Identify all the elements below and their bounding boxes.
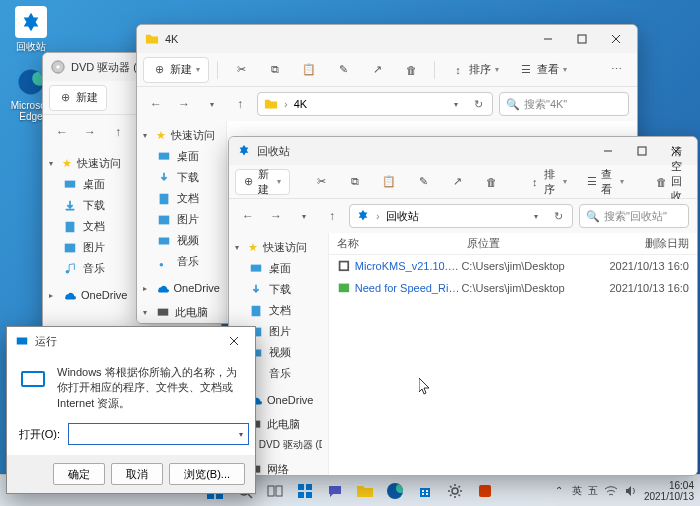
copy-button[interactable]: ⧉ xyxy=(340,169,370,195)
svg-rect-9 xyxy=(159,152,170,159)
refresh-icon[interactable]: ↻ xyxy=(550,210,566,223)
view-button[interactable]: ☰查看▾ xyxy=(511,57,575,83)
run-input[interactable] xyxy=(68,423,249,445)
nav-up[interactable]: ↑ xyxy=(229,93,251,115)
sort-button[interactable]: ↕排序▾ xyxy=(443,57,507,83)
nav-recent[interactable]: ▾ xyxy=(293,205,315,227)
paste-button[interactable]: 📋 xyxy=(294,57,324,83)
nav-back[interactable]: ← xyxy=(51,121,73,143)
ime-indicator[interactable]: 英 xyxy=(572,484,582,498)
store-button[interactable] xyxy=(411,477,439,505)
svg-rect-16 xyxy=(638,147,646,155)
nav-fwd[interactable]: → xyxy=(265,205,287,227)
picture-icon xyxy=(157,213,171,227)
address-bar[interactable]: › 回收站 ▾ ↻ xyxy=(349,204,573,228)
sidebar-thispc[interactable]: ▾此电脑 xyxy=(137,302,226,323)
delete-button[interactable]: 🗑 xyxy=(396,57,426,83)
chevron-down-icon[interactable]: ▾ xyxy=(448,100,464,109)
new-button[interactable]: ⊕新建▾ xyxy=(235,169,290,195)
svg-rect-18 xyxy=(252,305,261,316)
minimize-button[interactable] xyxy=(531,26,565,52)
volume-icon[interactable] xyxy=(624,484,638,498)
nav-up[interactable]: ↑ xyxy=(107,121,129,143)
new-button[interactable]: ⊕新建▾ xyxy=(143,57,209,83)
edge-button[interactable] xyxy=(381,477,409,505)
minimize-button[interactable] xyxy=(591,138,625,164)
col-date[interactable]: 删除日期 xyxy=(609,236,697,251)
maximize-button[interactable] xyxy=(625,138,659,164)
delete-button[interactable]: 🗑 xyxy=(476,169,506,195)
sidebar-item-desktop[interactable]: 桌面 xyxy=(229,258,328,279)
refresh-icon[interactable]: ↻ xyxy=(470,98,486,111)
sidebar-item-pictures[interactable]: 图片 xyxy=(137,209,226,230)
cancel-button[interactable]: 取消 xyxy=(111,463,163,485)
document-icon xyxy=(157,192,171,206)
sidebar-onedrive[interactable]: ▸OneDrive xyxy=(137,278,226,298)
ime-indicator-2[interactable]: 五 xyxy=(588,484,598,498)
copy-button[interactable]: ⧉ xyxy=(260,57,290,83)
chat-button[interactable] xyxy=(321,477,349,505)
nav-back[interactable]: ← xyxy=(145,93,167,115)
sidebar-item-documents[interactable]: 文档 xyxy=(229,300,328,321)
column-header[interactable]: 名称 原位置 删除日期 xyxy=(329,233,697,255)
maximize-button[interactable] xyxy=(565,26,599,52)
col-location[interactable]: 原位置 xyxy=(459,236,609,251)
nav-fwd[interactable]: → xyxy=(173,93,195,115)
titlebar[interactable]: 回收站 xyxy=(229,137,697,165)
file-row[interactable]: Need for Speed_Rivals 2021_10... C:\User… xyxy=(329,277,697,299)
wifi-icon[interactable] xyxy=(604,484,618,498)
close-button[interactable] xyxy=(217,328,251,354)
search-input[interactable]: 🔍搜索"回收站" xyxy=(579,204,689,228)
run-dialog[interactable]: 运行 Windows 将根据你所输入的名称，为你打开相应的程序、文件夹、文档或 … xyxy=(6,326,256,494)
sidebar-item-videos[interactable]: 视频 xyxy=(137,230,226,251)
titlebar[interactable]: 4K xyxy=(137,25,637,53)
titlebar[interactable]: 运行 xyxy=(7,327,255,355)
share-icon: ↗ xyxy=(450,175,464,189)
more-button[interactable]: ⋯ xyxy=(601,57,631,83)
chevron-down-icon[interactable]: ▾ xyxy=(528,212,544,221)
tray-chevron-icon[interactable]: ⌃ xyxy=(552,484,566,498)
nav-fwd[interactable]: → xyxy=(79,121,101,143)
settings-button[interactable] xyxy=(441,477,469,505)
sidebar-item-downloads[interactable]: 下载 xyxy=(229,279,328,300)
cut-button[interactable]: ✂ xyxy=(306,169,336,195)
clock[interactable]: 16:04 2021/10/13 xyxy=(644,480,694,502)
more-icon: ⋯ xyxy=(609,63,623,77)
explorer-button[interactable] xyxy=(351,477,379,505)
new-button[interactable]: ⊕ 新建 xyxy=(49,85,107,111)
nav-up[interactable]: ↑ xyxy=(321,205,343,227)
search-input[interactable]: 🔍搜索"4K" xyxy=(499,92,629,116)
desktop-recycle-bin[interactable]: 回收站 xyxy=(8,6,54,54)
app-button[interactable] xyxy=(471,477,499,505)
file-row[interactable]: MicroKMS_v21.10.08_Beta C:\Users\jim\Des… xyxy=(329,255,697,277)
trash-icon: 🗑 xyxy=(484,175,498,189)
folder-icon xyxy=(145,32,159,46)
address-bar[interactable]: › 4K ▾ ↻ xyxy=(257,92,493,116)
share-icon: ↗ xyxy=(370,63,384,77)
sidebar-quick-access[interactable]: ▾★快速访问 xyxy=(229,237,328,258)
col-name[interactable]: 名称 xyxy=(329,236,459,251)
cut-button[interactable]: ✂ xyxy=(226,57,256,83)
widgets-button[interactable] xyxy=(291,477,319,505)
sidebar-quick-access[interactable]: ▾★快速访问 xyxy=(137,125,226,146)
browse-button[interactable]: 浏览(B)... xyxy=(169,463,245,485)
rename-button[interactable]: ✎ xyxy=(408,169,438,195)
sort-button[interactable]: ↕排序▾ xyxy=(522,169,575,195)
close-button[interactable] xyxy=(599,26,633,52)
sidebar-item-documents[interactable]: 文档 xyxy=(137,188,226,209)
sidebar-item-downloads[interactable]: 下载 xyxy=(137,167,226,188)
ok-button[interactable]: 确定 xyxy=(53,463,105,485)
share-button[interactable]: ↗ xyxy=(362,57,392,83)
empty-recycle-bin-button[interactable]: 🗑清空回收站 xyxy=(648,169,693,195)
share-button[interactable]: ↗ xyxy=(442,169,472,195)
plus-icon: ⊕ xyxy=(152,63,166,77)
paste-button[interactable]: 📋 xyxy=(374,169,404,195)
sidebar-item-desktop[interactable]: 桌面 xyxy=(137,146,226,167)
sidebar-item-music[interactable]: 音乐 xyxy=(137,251,226,272)
nav-recent[interactable]: ▾ xyxy=(201,93,223,115)
rename-button[interactable]: ✎ xyxy=(328,57,358,83)
task-view-button[interactable] xyxy=(261,477,289,505)
window-recycle-bin[interactable]: 回收站 ⊕新建▾ ✂ ⧉ 📋 ✎ ↗ 🗑 ↕排序▾ ☰查看▾ 🗑清空回收站 ← … xyxy=(228,136,698,476)
nav-back[interactable]: ← xyxy=(237,205,259,227)
view-button[interactable]: ☰查看▾ xyxy=(579,169,632,195)
